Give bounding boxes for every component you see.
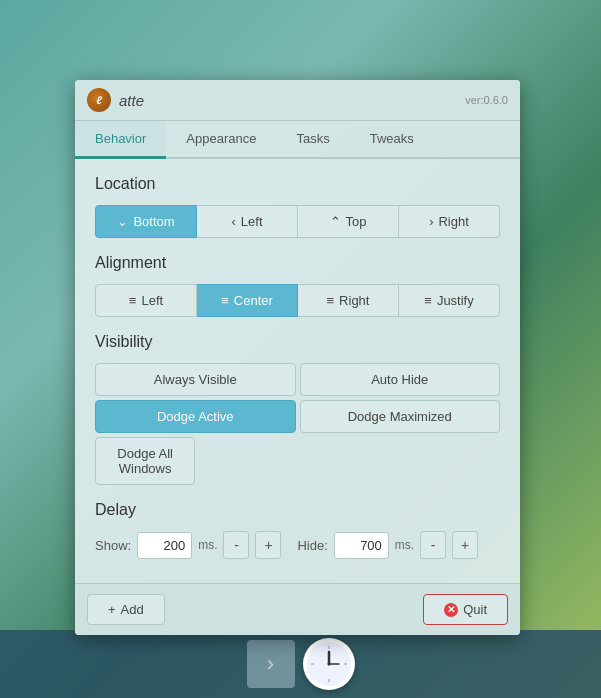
titlebar-left: ℓ atte — [87, 88, 144, 112]
visibility-auto-hide-btn[interactable]: Auto Hide — [300, 363, 501, 396]
bottom-bar: + Add ✕ Quit — [75, 583, 520, 635]
alignment-right-btn[interactable]: ≡ Right — [298, 284, 399, 317]
location-title: Location — [95, 175, 500, 193]
app-name: atte — [119, 92, 144, 109]
align-right-icon: ≡ — [327, 293, 335, 308]
alignment-center-btn[interactable]: ≡ Center — [197, 284, 298, 317]
visibility-title: Visibility — [95, 333, 500, 351]
alignment-center-label: Center — [234, 293, 273, 308]
delay-title: Delay — [95, 501, 500, 519]
location-right-btn[interactable]: › Right — [399, 205, 500, 238]
location-btn-group: ⌄ Bottom ‹ Left ⌃ Top › Right — [95, 205, 500, 238]
delay-show-minus-btn[interactable]: - — [223, 531, 249, 559]
delay-show-plus-btn[interactable]: + — [255, 531, 281, 559]
location-right-label: Right — [438, 214, 468, 229]
delay-hide-unit: ms. — [395, 538, 414, 552]
tab-appearance[interactable]: Appearance — [166, 121, 276, 159]
tab-tasks[interactable]: Tasks — [276, 121, 349, 159]
chevron-left-icon: ‹ — [231, 214, 235, 229]
tab-tweaks[interactable]: Tweaks — [350, 121, 434, 159]
delay-section: Delay Show: ms. - + Hide: ms. - + — [95, 501, 500, 559]
alignment-justify-label: Justify — [437, 293, 474, 308]
align-justify-icon: ≡ — [424, 293, 432, 308]
align-left-icon: ≡ — [129, 293, 137, 308]
visibility-dodge-active-btn[interactable]: Dodge Active — [95, 400, 296, 433]
location-left-label: Left — [241, 214, 263, 229]
visibility-dodge-maximized-btn[interactable]: Dodge Maximized — [300, 400, 501, 433]
add-label: Add — [121, 602, 144, 617]
tab-behavior[interactable]: Behavior — [75, 121, 166, 159]
plus-icon: + — [108, 602, 116, 617]
visibility-always-visible-btn[interactable]: Always Visible — [95, 363, 296, 396]
clock-face-svg — [307, 642, 351, 686]
delay-hide-minus-btn[interactable]: - — [420, 531, 446, 559]
clock-widget — [303, 638, 355, 690]
taskbar: › — [0, 630, 601, 698]
location-top-btn[interactable]: ⌃ Top — [298, 205, 399, 238]
quit-label: Quit — [463, 602, 487, 617]
location-top-label: Top — [346, 214, 367, 229]
chevron-up-icon: ⌃ — [330, 214, 341, 229]
titlebar: ℓ atte ver:0.6.0 — [75, 80, 520, 121]
delay-row: Show: ms. - + Hide: ms. - + — [95, 531, 500, 559]
alignment-btn-group: ≡ Left ≡ Center ≡ Right ≡ Justify — [95, 284, 500, 317]
content-area: Location ⌄ Bottom ‹ Left ⌃ Top › Right — [75, 159, 520, 583]
location-bottom-label: Bottom — [133, 214, 174, 229]
location-left-btn[interactable]: ‹ Left — [197, 205, 298, 238]
delay-show-label: Show: — [95, 538, 131, 553]
main-dialog: ℓ atte ver:0.6.0 Behavior Appearance Tas… — [75, 80, 520, 635]
visibility-grid: Always Visible Auto Hide Dodge Active Do… — [95, 363, 500, 485]
location-bottom-btn[interactable]: ⌄ Bottom — [95, 205, 197, 238]
chevron-right-icon: › — [429, 214, 433, 229]
app-logo: ℓ — [87, 88, 111, 112]
alignment-section: Alignment ≡ Left ≡ Center ≡ Right ≡ Just… — [95, 254, 500, 317]
logo-letter: ℓ — [96, 94, 102, 106]
delay-hide-plus-btn[interactable]: + — [452, 531, 478, 559]
delay-show-input[interactable] — [137, 532, 192, 559]
delay-hide-item: Hide: ms. - + — [297, 531, 478, 559]
quit-icon: ✕ — [444, 603, 458, 617]
delay-show-unit: ms. — [198, 538, 217, 552]
add-button[interactable]: + Add — [87, 594, 165, 625]
tab-bar: Behavior Appearance Tasks Tweaks — [75, 121, 520, 159]
delay-hide-label: Hide: — [297, 538, 327, 553]
alignment-right-label: Right — [339, 293, 369, 308]
taskbar-arrow[interactable]: › — [247, 640, 295, 688]
quit-button[interactable]: ✕ Quit — [423, 594, 508, 625]
delay-hide-input[interactable] — [334, 532, 389, 559]
alignment-left-btn[interactable]: ≡ Left — [95, 284, 197, 317]
app-version: ver:0.6.0 — [465, 94, 508, 106]
visibility-section: Visibility Always Visible Auto Hide Dodg… — [95, 333, 500, 485]
alignment-title: Alignment — [95, 254, 500, 272]
visibility-dodge-all-btn[interactable]: Dodge All Windows — [95, 437, 195, 485]
chevron-down-icon: ⌄ — [117, 214, 128, 229]
alignment-left-label: Left — [141, 293, 163, 308]
alignment-justify-btn[interactable]: ≡ Justify — [399, 284, 500, 317]
align-center-icon: ≡ — [221, 293, 229, 308]
location-section: Location ⌄ Bottom ‹ Left ⌃ Top › Right — [95, 175, 500, 238]
delay-show-item: Show: ms. - + — [95, 531, 281, 559]
